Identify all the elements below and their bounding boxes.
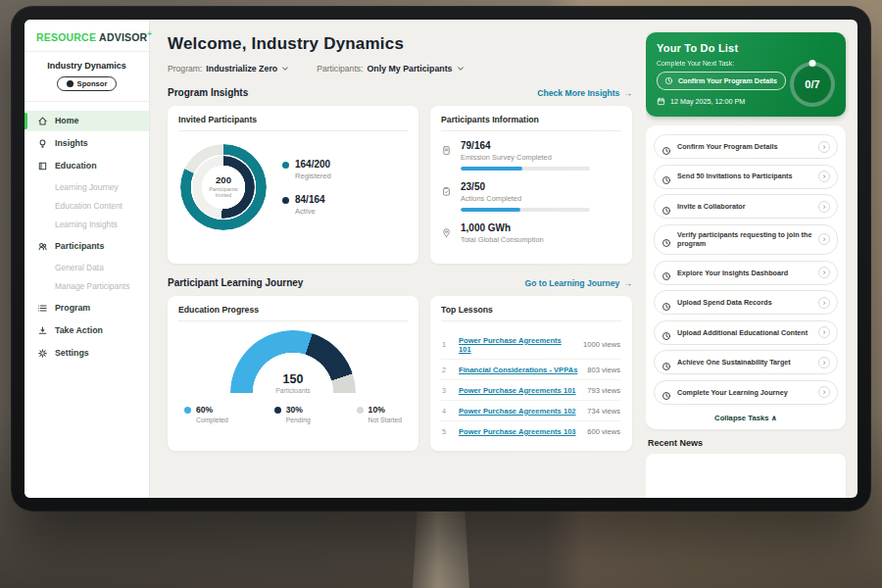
checklist-icon [441, 183, 452, 194]
task-clock-icon [662, 234, 671, 244]
task-item[interactable]: Achieve One Sustainability Target › [654, 350, 838, 374]
education-gauge-chart: 150 Participants [230, 330, 356, 393]
book-icon [37, 161, 48, 172]
legend-item-active: 84/164 Active [282, 194, 331, 216]
sidebar-item-participants[interactable]: Participants [24, 236, 149, 257]
sidebar-item-program[interactable]: Program [24, 298, 149, 318]
lesson-row[interactable]: 2 Financial Considerations - VPPAs 803 v… [441, 360, 621, 380]
main-content: Welcome, Industry Dynamics Program: Indu… [150, 20, 646, 498]
program-filter[interactable]: Program: Industrialize Zero [168, 64, 289, 74]
not-started-label: Not Started [368, 416, 402, 423]
education-progress-card: Education Progress 150 Participants 60% [168, 296, 418, 451]
sidebar-item-learning-journey[interactable]: Learning Journey [24, 178, 149, 197]
logo-part-resource: RESOURCE [36, 31, 96, 43]
sidebar-item-general-data[interactable]: General Data [24, 259, 149, 277]
lesson-rank: 2 [442, 366, 451, 374]
legend-dot [184, 407, 191, 414]
chevron-right-icon: › [818, 386, 830, 398]
task-label: Achieve One Sustainability Target [677, 358, 812, 367]
next-task-chip[interactable]: Confirm Your Program Details [657, 72, 786, 90]
progress-fill [461, 208, 520, 212]
home-icon [37, 116, 48, 126]
sidebar-item-education-content[interactable]: Education Content [24, 197, 149, 216]
lesson-link[interactable]: Power Purchase Agreements 103 [459, 427, 579, 436]
sidebar-item-label: Home [55, 116, 78, 125]
go-to-learning-journey-link[interactable]: Go to Learning Journey → [524, 278, 632, 288]
invited-legend: 164/200 Registered 84/164 Active [282, 159, 331, 216]
invited-participants-card: Invited Participants 200 Participants In… [168, 106, 418, 264]
invited-center-value: 200 [216, 175, 231, 186]
task-item[interactable]: Upload Spend Data Records › [654, 290, 838, 315]
consumption-label: Total Global Consumption [461, 235, 544, 244]
lesson-row[interactable]: 4 Power Purchase Agreements 102 734 view… [441, 401, 621, 421]
lesson-row[interactable]: 1 Power Purchase Agreements 101 1000 vie… [441, 330, 621, 360]
sidebar-item-education[interactable]: Education [24, 156, 149, 176]
check-more-insights-link[interactable]: Check More Insights → [537, 88, 632, 98]
education-center-label: Participants [230, 387, 356, 393]
actions-completed-label: Actions Completed [461, 194, 590, 203]
todo-progress-value: 0/7 [805, 78, 819, 90]
lesson-link[interactable]: Power Purchase Agreements 102 [459, 407, 579, 416]
sidebar-item-learning-insights[interactable]: Learning Insights [24, 216, 149, 234]
chevron-up-icon: ∧ [771, 414, 777, 422]
actions-progressbar [461, 208, 590, 212]
gear-icon [37, 348, 48, 359]
todo-progress-ring: 0/7 [790, 62, 835, 107]
sidebar-item-manage-participants[interactable]: Manage Participants [24, 277, 149, 296]
sidebar-item-insights[interactable]: Insights [24, 133, 149, 154]
progress-fill [461, 167, 522, 171]
task-item[interactable]: Explore Your Insights Dashboard › [654, 261, 838, 285]
task-item[interactable]: Complete Your Learning Journey › [654, 380, 838, 405]
sidebar-item-label: Take Action [55, 325, 103, 335]
task-item[interactable]: Confirm Your Program Details › [654, 134, 838, 159]
pending-value: 30% [286, 405, 311, 415]
chevron-right-icon: › [818, 326, 830, 338]
lesson-row[interactable]: 3 Power Purchase Agreements 101 793 view… [441, 380, 621, 401]
download-action-icon [37, 325, 48, 336]
program-filter-label: Program: [168, 64, 202, 74]
task-clock-icon [662, 172, 671, 181]
lesson-link[interactable]: Financial Considerations - VPPAs [459, 366, 579, 374]
lesson-link[interactable]: Power Purchase Agreements 101 [459, 386, 579, 395]
sidebar-nav: Home Insights Education Learning Journey… [24, 102, 149, 499]
task-label: Verify participants requesting to join t… [677, 230, 812, 249]
legend-dot [357, 407, 364, 414]
lesson-link[interactable]: Power Purchase Agreements 101 [459, 336, 575, 354]
task-clock-icon [662, 298, 671, 308]
legend-dot [274, 407, 281, 414]
lesson-views: 1000 views [583, 340, 620, 349]
invited-card-title: Invited Participants [178, 115, 408, 131]
legend-dot [282, 197, 289, 204]
actions-completed-value: 23/50 [461, 181, 590, 192]
task-item[interactable]: Upload Additional Educational Content › [654, 320, 838, 345]
lesson-rank: 1 [442, 340, 451, 349]
location-pin-icon [441, 224, 452, 235]
sidebar-item-settings[interactable]: Settings [24, 343, 149, 364]
task-item[interactable]: Invite a Collaborator › [654, 194, 838, 219]
task-item[interactable]: Verify participants requesting to join t… [654, 224, 838, 256]
legend-item-completed: 60% Completed [184, 405, 228, 423]
not-started-value: 10% [368, 405, 402, 415]
top-lessons-title: Top Lessons [441, 305, 621, 321]
sidebar-item-take-action[interactable]: Take Action [24, 320, 149, 341]
participants-filter[interactable]: Participants: Only My Participants [317, 64, 464, 74]
lesson-views: 600 views [587, 427, 620, 436]
task-label: Send 50 Invitations to Participants [677, 172, 812, 180]
due-date-label: 12 May 2025, 12:00 PM [670, 97, 745, 106]
collapse-tasks-button[interactable]: Collapse Tasks ∧ [654, 414, 838, 422]
filter-bar: Program: Industrialize Zero Participants… [168, 64, 632, 74]
go-to-learning-journey-label: Go to Learning Journey [524, 278, 619, 288]
education-center-value: 150 [230, 373, 356, 387]
invited-donut-chart: 200 Participants Invited [180, 144, 267, 230]
lesson-rank: 5 [442, 427, 451, 436]
completed-label: Completed [196, 416, 228, 423]
sidebar-item-home[interactable]: Home [24, 111, 149, 131]
task-label: Explore Your Insights Dashboard [677, 269, 812, 277]
info-card-title: Participants Information [441, 115, 621, 131]
chevron-down-icon [457, 65, 465, 73]
active-value: 84/164 [295, 194, 325, 205]
app-logo: RESOURCEADVISOR+ [24, 20, 149, 52]
lesson-row[interactable]: 5 Power Purchase Agreements 103 600 view… [441, 421, 621, 441]
task-clock-icon [662, 142, 671, 152]
task-item[interactable]: Send 50 Invitations to Participants › [654, 165, 838, 189]
